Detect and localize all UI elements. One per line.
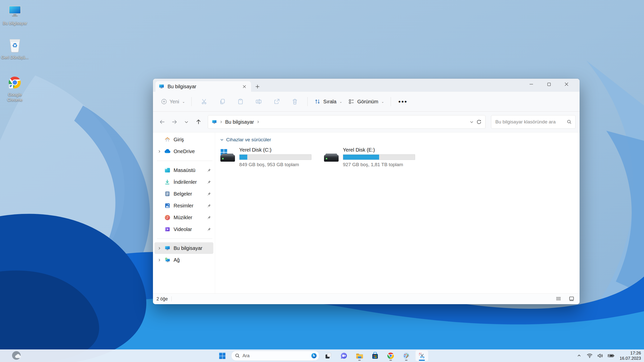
sidebar-item-this-pc[interactable]: Bu bilgisayar [154, 242, 213, 254]
pin-icon [206, 215, 212, 220]
drive-capacity-fill [343, 155, 379, 160]
minimize-button[interactable] [526, 80, 537, 89]
volume-icon[interactable] [596, 351, 605, 360]
address-dropdown-icon[interactable] [470, 120, 474, 124]
desktop-icon-google-chrome[interactable]: Google Chrome [1, 74, 29, 103]
view-button[interactable]: Görünüm ⌄ [345, 96, 387, 108]
close-window-button[interactable] [561, 80, 572, 89]
paste-button[interactable] [235, 96, 246, 108]
snipping-tool-button[interactable] [415, 350, 428, 361]
cut-button[interactable] [199, 96, 210, 108]
sidebar-item-home[interactable]: Giriş [154, 134, 213, 145]
sidebar-item-documents[interactable]: Belgeler [154, 188, 213, 200]
running-indicator [405, 360, 408, 361]
scissors-icon [201, 98, 208, 105]
section-devices-and-drives[interactable]: Cihazlar ve sürücüler [220, 137, 580, 143]
drive-e[interactable]: Yerel Disk (E:) 927 GB boş, 1,81 TB topl… [324, 147, 421, 167]
arrow-up-icon [195, 119, 202, 125]
sidebar-item-desktop[interactable]: Masaüstü [154, 164, 213, 176]
chevron-right-icon[interactable] [156, 247, 163, 250]
taskbar-search-placeholder: Ara [243, 353, 308, 358]
arrow-right-icon [171, 119, 177, 125]
rename-button[interactable]: A [253, 96, 264, 108]
copy-button[interactable] [217, 96, 228, 108]
drive-info: Yerel Disk (E:) 927 GB boş, 1,81 TB topl… [343, 147, 421, 167]
large-icons-view-button[interactable] [567, 295, 576, 303]
window-body: Giriş OneDrive M [153, 132, 580, 293]
tab-this-pc[interactable]: Bu bilgisayar [155, 81, 251, 92]
tab-title: Bu bilgisayar [168, 84, 237, 89]
weather-widget[interactable] [11, 350, 25, 361]
tray-chevron-up-icon[interactable] [575, 351, 583, 360]
chrome-icon [7, 74, 23, 90]
sort-button[interactable]: Sırala ⌄ [311, 96, 345, 108]
chevron-right-icon[interactable] [156, 258, 163, 262]
wifi-icon[interactable] [585, 351, 594, 360]
drive-capacity-fill [239, 155, 247, 160]
sidebar-item-label: Videolar [174, 227, 205, 232]
desktop: Bu bilgisayar ♻ Geri Dönüşü... Google Ch… [0, 0, 644, 362]
desktop-icon-label: Google Chrome [1, 92, 29, 103]
desktop-icon-this-pc[interactable]: Bu bilgisayar [1, 3, 29, 26]
task-view-button[interactable] [322, 350, 335, 361]
arrow-left-icon [159, 119, 165, 125]
sidebar-item-pictures[interactable]: Resimler [154, 200, 213, 211]
drive-name: Yerel Disk (E:) [343, 147, 421, 153]
paint-button[interactable] [400, 350, 413, 361]
maximize-button[interactable] [543, 80, 554, 89]
address-bar[interactable]: Bu bilgisayar [208, 115, 486, 129]
drive-c[interactable]: Yerel Disk (C:) 849 GB boş, 953 GB topla… [220, 147, 318, 167]
minimize-icon [529, 82, 534, 86]
chevron-right-icon [220, 120, 223, 123]
sidebar-item-label: İndirilenler [174, 179, 205, 185]
clock[interactable]: 17:26 16.07.2023 [620, 350, 641, 361]
content-pane: Cihazlar ve sürücüler [215, 132, 580, 293]
home-icon [164, 136, 171, 143]
sidebar-item-music[interactable]: ♪ Müzikler [154, 212, 213, 223]
taskbar-search[interactable]: Ara [231, 351, 319, 361]
desktop-icon-recycle-bin[interactable]: ♻ Geri Dönüşü... [1, 37, 29, 60]
file-explorer-window: Bu bilgisayar Yeni ⌄ [153, 79, 580, 304]
details-view-button[interactable] [554, 295, 563, 303]
sidebar-item-videos[interactable]: Videolar [154, 223, 213, 235]
section-title: Cihazlar ve sürücüler [226, 137, 271, 143]
new-tab-button[interactable] [253, 83, 262, 90]
forward-button[interactable] [169, 117, 180, 127]
pin-icon [206, 192, 212, 196]
microsoft-store-button[interactable] [369, 350, 382, 361]
drive-capacity-bar [343, 154, 415, 160]
chevron-right-icon[interactable] [156, 150, 163, 153]
copy-icon [219, 98, 226, 105]
sidebar-item-network[interactable]: Ağ [154, 254, 213, 266]
tab-close-button[interactable] [240, 83, 248, 90]
share-button[interactable] [271, 96, 282, 108]
sidebar-item-label: OneDrive [174, 149, 212, 154]
sidebar-item-downloads[interactable]: İndirilenler [154, 176, 213, 188]
explorer-search-box[interactable] [491, 115, 576, 129]
breadcrumb-root[interactable]: Bu bilgisayar [225, 119, 254, 125]
file-explorer-button[interactable] [353, 350, 366, 361]
up-button[interactable] [193, 117, 204, 127]
refresh-icon[interactable] [476, 119, 482, 125]
recent-locations-button[interactable] [181, 117, 192, 127]
view-label: Görünüm [357, 99, 378, 105]
chat-button[interactable] [337, 350, 350, 361]
divider [171, 296, 172, 301]
back-button[interactable] [157, 117, 168, 127]
sidebar-item-onedrive[interactable]: OneDrive [154, 146, 213, 157]
battery-charging-icon[interactable] [607, 351, 615, 360]
navigation-pane: Giriş OneDrive M [153, 132, 215, 293]
explorer-search-input[interactable] [495, 119, 565, 125]
bing-icon [310, 352, 317, 359]
chevron-down-icon[interactable] [220, 138, 224, 142]
chrome-button[interactable] [384, 350, 397, 361]
plus-icon [255, 84, 260, 89]
delete-button[interactable] [289, 96, 300, 108]
start-button[interactable] [216, 350, 229, 361]
chevron-down-icon: ⌄ [381, 100, 384, 104]
divider [191, 97, 192, 106]
drive-details: 849 GB boş, 953 GB toplam [239, 162, 318, 167]
chevron-down-icon: ⌄ [182, 100, 185, 104]
task-view-icon [325, 352, 332, 359]
new-button[interactable]: Yeni ⌄ [158, 96, 188, 108]
